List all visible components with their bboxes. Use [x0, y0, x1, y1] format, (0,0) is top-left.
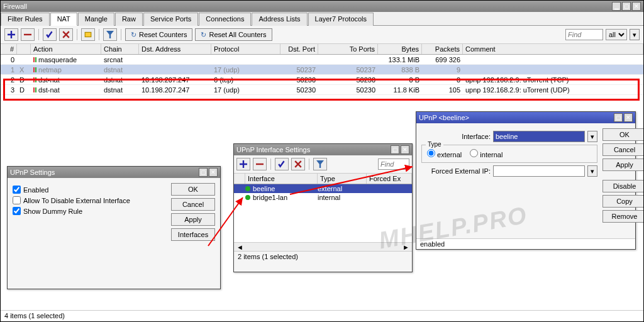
- type-external-radio[interactable]: [427, 149, 435, 157]
- table-row[interactable]: 0 masqueradesrcnat133.1 MiB699 326: [1, 55, 643, 65]
- interface-label: Interface:: [421, 133, 491, 140]
- type-internal-radio[interactable]: [470, 149, 478, 157]
- show-dummy-label: Show Dummy Rule: [23, 208, 82, 215]
- enable-button[interactable]: [275, 158, 289, 170]
- remove-button[interactable]: Remove: [602, 210, 644, 223]
- tab-nat[interactable]: NAT: [50, 13, 77, 26]
- col-protocol[interactable]: Protocol: [211, 44, 280, 54]
- type-legend: Type: [426, 141, 443, 148]
- allow-disable-checkbox[interactable]: [13, 196, 21, 204]
- find-input[interactable]: [565, 29, 603, 40]
- tab-raw[interactable]: Raw: [115, 13, 143, 26]
- minimize-icon[interactable]: ▁: [612, 2, 621, 11]
- col-forced-ext[interactable]: Forced Ex: [367, 174, 412, 184]
- remove-button[interactable]: [253, 158, 267, 170]
- close-icon[interactable]: ✕: [209, 168, 218, 177]
- toolbar: ↻Reset Counters ↻Reset All Counters all …: [1, 26, 643, 44]
- svg-rect-2: [256, 164, 264, 165]
- window-titlebar: Firewall ▁ ▢ ✕: [1, 1, 643, 12]
- table-row[interactable]: 1X netmapdstnat17 (udp)5023750237838 B9: [1, 65, 643, 75]
- svg-rect-0: [24, 34, 31, 35]
- filter-dropdown-icon[interactable]: ▾: [630, 29, 640, 40]
- upnp-settings-title: UPnP Settings: [10, 169, 55, 176]
- enabled-label: Enabled: [23, 186, 48, 194]
- reset-counters-button[interactable]: ↻Reset Counters: [125, 28, 192, 41]
- tab-mangle[interactable]: Mangle: [78, 13, 114, 26]
- filter-select[interactable]: all: [606, 29, 627, 40]
- filter-icon[interactable]: [313, 158, 327, 170]
- col-dst-address[interactable]: Dst. Address: [139, 44, 211, 54]
- tab-address-lists[interactable]: Address Lists: [252, 13, 307, 26]
- beeline-title: UPnP <beeline>: [419, 114, 469, 121]
- chevron-down-icon[interactable]: ▾: [587, 131, 597, 142]
- col-to-ports[interactable]: To Ports: [318, 44, 378, 54]
- col-blank[interactable]: [234, 174, 245, 184]
- col-number[interactable]: #: [1, 44, 17, 54]
- close-icon[interactable]: ✕: [632, 2, 641, 11]
- table-row[interactable]: 3D dst-natdstnat10.198.207.24717 (udp)50…: [1, 85, 643, 95]
- nat-table-body: 0 masqueradesrcnat133.1 MiB699 3261X net…: [1, 55, 643, 95]
- maximize-icon[interactable]: ▢: [622, 2, 631, 11]
- col-packets[interactable]: Packets: [422, 44, 463, 54]
- iface-status: 2 items (1 selected): [234, 251, 412, 262]
- internal-label: internal: [480, 151, 502, 158]
- close-icon[interactable]: ✕: [401, 145, 409, 154]
- window-title: Firewall: [3, 3, 27, 10]
- close-icon[interactable]: ✕: [624, 113, 633, 122]
- remove-button[interactable]: [21, 28, 35, 41]
- interface-field[interactable]: [493, 131, 585, 142]
- apply-button[interactable]: Apply: [171, 213, 215, 226]
- col-bytes[interactable]: Bytes: [378, 44, 422, 54]
- enabled-checkbox[interactable]: [13, 186, 21, 194]
- interfaces-button[interactable]: Interfaces: [171, 228, 215, 241]
- col-interface[interactable]: Interface: [245, 174, 318, 184]
- maximize-icon[interactable]: ▢: [614, 113, 623, 122]
- scrollbar[interactable]: ◄►: [234, 242, 412, 251]
- tab-service-ports[interactable]: Service Ports: [143, 13, 198, 26]
- beeline-titlebar: UPnP <beeline> ▢ ✕: [416, 112, 635, 123]
- enable-button[interactable]: [43, 28, 57, 41]
- cancel-button[interactable]: Cancel: [171, 198, 215, 211]
- tab-layer7[interactable]: Layer7 Protocols: [308, 13, 374, 26]
- disable-button[interactable]: Disable: [602, 180, 644, 192]
- upnp-interface-settings-window: UPnP Interface Settings ▢ ✕ Interface Ty…: [233, 143, 413, 272]
- reset-all-counters-button[interactable]: ↻Reset All Counters: [195, 28, 272, 41]
- tab-connections[interactable]: Connections: [199, 13, 251, 26]
- maximize-icon[interactable]: ▢: [199, 168, 208, 177]
- col-comment[interactable]: Comment: [463, 44, 643, 54]
- maximize-icon[interactable]: ▢: [391, 145, 399, 154]
- upnp-settings-titlebar: UPnP Settings ▢ ✕: [8, 167, 220, 178]
- show-dummy-checkbox[interactable]: [13, 207, 21, 215]
- col-flag[interactable]: [17, 44, 31, 54]
- apply-button[interactable]: Apply: [602, 158, 644, 171]
- ok-button[interactable]: OK: [602, 128, 644, 141]
- firewall-tabs: Filter Rules NAT Mangle Raw Service Port…: [1, 12, 643, 26]
- svg-rect-1: [85, 32, 91, 36]
- chevron-down-icon[interactable]: ▾: [587, 165, 597, 177]
- allow-disable-label: Allow To Disable External Interface: [23, 197, 130, 204]
- beeline-status: enabled: [416, 238, 635, 249]
- comment-button[interactable]: [81, 28, 95, 41]
- upnp-iface-title: UPnP Interface Settings: [236, 146, 310, 153]
- list-item[interactable]: beelineexternal: [234, 184, 412, 193]
- ok-button[interactable]: OK: [171, 183, 215, 196]
- table-row[interactable]: 2D dst-natdstnat10.198.207.2476 (tcp)502…: [1, 75, 643, 85]
- add-button[interactable]: [4, 28, 18, 41]
- col-action[interactable]: Action: [31, 44, 101, 54]
- disable-button[interactable]: [291, 158, 305, 170]
- col-type[interactable]: Type: [318, 174, 367, 184]
- cancel-button[interactable]: Cancel: [602, 143, 644, 156]
- add-button[interactable]: [236, 158, 250, 170]
- disable-button[interactable]: [59, 28, 73, 41]
- filter-icon[interactable]: [103, 28, 117, 41]
- col-chain[interactable]: Chain: [101, 44, 139, 54]
- list-item[interactable]: bridge1-laninternal: [234, 193, 412, 202]
- type-fieldset: Type external internal: [421, 145, 597, 163]
- col-dst-port[interactable]: Dst. Port: [280, 44, 318, 54]
- copy-button[interactable]: Copy: [602, 195, 644, 208]
- forced-ip-field[interactable]: [493, 165, 585, 177]
- nat-table-header: # Action Chain Dst. Address Protocol Dst…: [1, 44, 643, 55]
- tab-filter-rules[interactable]: Filter Rules: [1, 13, 50, 26]
- upnp-beeline-window: UPnP <beeline> ▢ ✕ Interface: ▾ Type ext…: [416, 111, 636, 250]
- find-input[interactable]: [378, 158, 409, 170]
